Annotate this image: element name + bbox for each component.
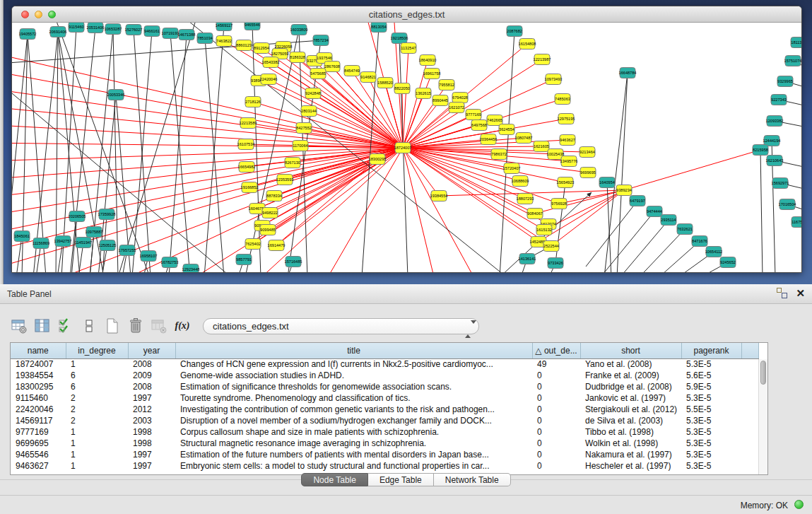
cell-title[interactable]: Corpus callosum shape and size in male p…	[175, 426, 532, 438]
cell-in_degree[interactable]: 2	[66, 392, 128, 404]
cell-year[interactable]: 2009	[128, 370, 175, 381]
cell-pagerank[interactable]: 5.5E-5	[681, 404, 741, 415]
cell-filler[interactable]	[741, 449, 758, 460]
cell-pagerank[interactable]: 5.3E-5	[681, 449, 741, 460]
table-row[interactable]: 2242004622012Investigating the contribut…	[11, 404, 758, 415]
cell-short[interactable]: Hescheler et al. (1997)	[580, 460, 681, 472]
cell-pagerank[interactable]: 5.3E-5	[681, 392, 741, 404]
cell-year[interactable]: 1998	[128, 438, 175, 449]
cell-year[interactable]: 2008	[128, 381, 175, 392]
table-row[interactable]: 1938455462009Genome-wide association stu…	[11, 370, 758, 381]
cell-year[interactable]: 2012	[128, 404, 175, 415]
table-row[interactable]: 946554611997Estimation of the future num…	[11, 449, 758, 460]
cell-filler[interactable]	[741, 404, 758, 415]
cell-in_degree[interactable]: 1	[66, 460, 128, 472]
cell-in_degree[interactable]: 2	[66, 404, 128, 415]
cell-name[interactable]: 14569117	[11, 415, 66, 426]
cell-title[interactable]: Estimation of the future numbers of pati…	[175, 449, 532, 460]
cell-pagerank[interactable]: 5.3E-5	[681, 415, 741, 426]
cell-filler[interactable]	[741, 381, 758, 392]
cell-name[interactable]: 19384554	[11, 370, 66, 381]
cell-out_degree[interactable]: 0	[532, 415, 580, 426]
cell-filler[interactable]	[741, 415, 758, 426]
cell-name[interactable]: 9465546	[11, 449, 66, 460]
table-row[interactable]: 977716911998Corpus callosum shape and si…	[11, 426, 758, 438]
cell-in_degree[interactable]: 2	[66, 415, 128, 426]
function-builder-icon[interactable]: f(x)	[173, 317, 192, 335]
column-header-name[interactable]: name	[11, 343, 66, 358]
cell-year[interactable]: 1998	[128, 426, 175, 438]
cell-out_degree[interactable]: 49	[532, 358, 580, 370]
cell-title[interactable]: Estimation of significance thresholds fo…	[175, 381, 532, 392]
cell-name[interactable]: 9777169	[11, 426, 66, 438]
column-header-year[interactable]: year	[128, 343, 175, 358]
cell-in_degree[interactable]: 6	[66, 381, 128, 392]
scrollbar-thumb[interactable]	[760, 361, 766, 385]
tab-node-table[interactable]: Node Table	[301, 473, 368, 486]
table-row[interactable]: 911546021997Tourette syndrome. Phenomeno…	[11, 392, 758, 404]
cell-out_degree[interactable]: 0	[532, 438, 580, 449]
cell-short[interactable]: Dudbridge et al. (2008)	[580, 381, 681, 392]
cell-out_degree[interactable]: 0	[532, 392, 580, 404]
cell-short[interactable]: Wolkin et al. (1998)	[580, 438, 681, 449]
cell-pagerank[interactable]: 5.9E-5	[681, 381, 741, 392]
cell-title[interactable]: Disruption of a novel member of a sodium…	[175, 415, 532, 426]
cell-title[interactable]: Structural magnetic resonance image aver…	[175, 438, 532, 449]
cell-filler[interactable]	[741, 370, 758, 381]
cell-filler[interactable]	[741, 460, 758, 472]
cell-title[interactable]: Genome-wide association studies in ADHD.	[175, 370, 532, 381]
cell-year[interactable]: 2003	[128, 415, 175, 426]
float-panel-icon[interactable]	[777, 288, 787, 298]
table-settings-icon[interactable]	[10, 317, 28, 335]
cell-year[interactable]: 1997	[128, 392, 175, 404]
cell-out_degree[interactable]: 0	[532, 370, 580, 381]
table-row[interactable]: 1872400712008Changes of HCN gene express…	[11, 358, 758, 370]
cell-name[interactable]: 9463627	[11, 460, 66, 472]
new-column-icon[interactable]	[103, 317, 122, 335]
cell-filler[interactable]	[741, 392, 758, 404]
column-header-pagerank[interactable]: pagerank	[681, 343, 741, 358]
cell-year[interactable]: 2008	[128, 358, 175, 370]
cell-in_degree[interactable]: 6	[66, 370, 128, 381]
cell-pagerank[interactable]: 5.3E-5	[681, 460, 741, 472]
cell-filler[interactable]	[741, 358, 758, 370]
cell-year[interactable]: 1997	[128, 460, 175, 472]
table-row[interactable]: 1456911722003Disruption of a novel membe…	[11, 415, 758, 426]
column-header-out_degree[interactable]: △ out_de...	[532, 343, 580, 358]
cell-name[interactable]: 22420046	[11, 404, 66, 415]
window-titlebar[interactable]: citations_edges.txt	[12, 6, 801, 23]
column-header-title[interactable]: title	[175, 343, 532, 358]
cell-short[interactable]: de Silva et al. (2003)	[580, 415, 681, 426]
cell-short[interactable]: Stergiakouli et al. (2012)	[580, 404, 681, 415]
cell-title[interactable]: Changes of HCN gene expression and I(f) …	[175, 358, 532, 370]
column-header-in_degree[interactable]: in_degree	[66, 343, 128, 358]
table-row[interactable]: 1830029562008Estimation of significance …	[11, 381, 758, 392]
column-header-filler[interactable]	[741, 343, 758, 358]
cell-name[interactable]: 18724007	[11, 358, 66, 370]
table-row[interactable]: 969969511998Structural magnetic resonanc…	[11, 438, 758, 449]
tab-edge-table[interactable]: Edge Table	[368, 473, 434, 486]
cell-pagerank[interactable]: 5.3E-5	[681, 438, 741, 449]
cell-in_degree[interactable]: 1	[66, 426, 128, 438]
cell-filler[interactable]	[741, 426, 758, 438]
cell-title[interactable]: Tourette syndrome. Phenomenology and cla…	[175, 392, 532, 404]
cell-title[interactable]: Investigating the contribution of common…	[175, 404, 532, 415]
cell-title[interactable]: Embryonic stem cells: a model to study s…	[175, 460, 532, 472]
cell-pagerank[interactable]: 5.6E-5	[681, 370, 741, 381]
cell-in_degree[interactable]: 1	[66, 438, 128, 449]
table-row[interactable]: 946362711997Embryonic stem cells: a mode…	[11, 460, 758, 472]
cell-pagerank[interactable]: 5.3E-5	[681, 358, 741, 370]
table-mode-icon[interactable]	[80, 317, 98, 335]
cell-name[interactable]: 9115460	[11, 392, 66, 404]
cell-pagerank[interactable]: 5.3E-5	[681, 426, 741, 438]
cell-short[interactable]: Nakamura et al. (1997)	[580, 449, 681, 460]
delete-column-icon[interactable]	[126, 317, 145, 335]
cell-name[interactable]: 9699695	[11, 438, 66, 449]
memory-ok-indicator[interactable]	[794, 500, 804, 509]
table-scrollbar[interactable]	[758, 359, 767, 474]
cell-in_degree[interactable]: 1	[66, 449, 128, 460]
cell-short[interactable]: Franke et al. (2009)	[580, 370, 681, 381]
tab-network-table[interactable]: Network Table	[434, 473, 511, 486]
network-view[interactable]: 1940557220691406911546020531406106532871…	[12, 23, 801, 272]
cell-out_degree[interactable]: 0	[532, 404, 580, 415]
